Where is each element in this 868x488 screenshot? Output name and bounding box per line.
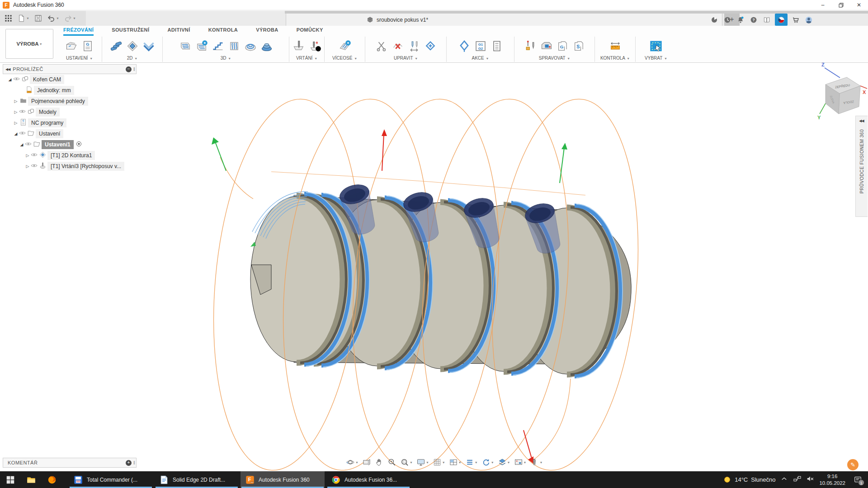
notifications-button[interactable] [736, 15, 745, 25]
ribbon-group-label[interactable]: USTAVENÍ ▼ [66, 56, 93, 62]
setup-sheet-button[interactable]: G [80, 39, 95, 53]
tree-item-label[interactable]: NC programy [28, 118, 66, 127]
tree-item[interactable]: ▷Modely [3, 107, 137, 117]
ribbon-group-label[interactable]: AKCE ▼ [472, 56, 489, 62]
extensions-button[interactable] [709, 15, 719, 25]
ribbon-tab-pomůcky[interactable]: POMŮCKY [297, 27, 323, 36]
file-explorer-button[interactable] [21, 471, 42, 488]
ribbon-group-label[interactable]: SPRAVOVAT ▼ [539, 56, 570, 62]
library-button[interactable] [762, 15, 772, 25]
machine-display-button[interactable]: ▼ [513, 457, 528, 468]
expander-open-icon[interactable]: ◢ [19, 142, 24, 147]
tree-item-label[interactable]: Kořen CAM [30, 75, 64, 84]
undo-button[interactable]: ▼ [46, 13, 61, 24]
tree-item-label[interactable]: Modely [36, 108, 60, 117]
ribbon-tab-soustružení[interactable]: SOUSTRUŽENÍ [112, 27, 149, 36]
collapse-panel-icon[interactable]: ◀◀ [5, 67, 10, 71]
orbit-button[interactable]: ▼ [344, 457, 360, 468]
pocket-2d-button[interactable] [109, 39, 123, 53]
ribbon-tab-kontrola[interactable]: KONTROLA [208, 27, 238, 36]
avatar-button[interactable] [804, 15, 814, 25]
language-cz-button[interactable] [775, 14, 788, 26]
ribbon-tab-aditivní[interactable]: ADITIVNÍ [167, 27, 190, 36]
zoom-button[interactable] [386, 457, 398, 468]
taskbar-clock[interactable]: 9:1610.05.2022 [819, 473, 845, 487]
expander-closed-icon[interactable]: ▷ [13, 121, 19, 125]
document-tab[interactable]: sroubovice pokus v1* × [286, 14, 722, 26]
taskbar-app-total-commander[interactable]: Total Commander (... [69, 471, 153, 488]
workspace-selector[interactable]: VÝROBA▼ [5, 29, 53, 59]
visibility-eye-icon[interactable] [19, 129, 26, 139]
adaptive-2d-button[interactable] [125, 39, 140, 53]
tool-library-button[interactable] [523, 39, 538, 53]
ribbon-group-label[interactable]: VYBRAT ▼ [645, 56, 667, 62]
trim-button[interactable] [374, 39, 389, 53]
add-comment-icon[interactable]: + [126, 460, 132, 466]
tree-item[interactable]: ◢Ustavení1 [3, 139, 137, 150]
expander-closed-icon[interactable]: ▷ [13, 110, 19, 114]
browser-header[interactable]: ◀◀ PROHLÍŽEČ − ‖ [3, 64, 137, 74]
viewports-button[interactable]: ▼ [448, 457, 463, 468]
grid-settings-button[interactable]: ▼ [431, 457, 447, 468]
expander-closed-icon[interactable]: ▷ [25, 153, 30, 158]
tree-item[interactable]: ◢Ustavení [3, 128, 137, 139]
ribbon-group-label[interactable]: 3D ▼ [221, 56, 231, 62]
ribbon-tab-výroba[interactable]: VÝROBA [256, 27, 278, 36]
apps-grid-button[interactable] [3, 13, 14, 24]
toolpath-stack-button[interactable]: ▼ [496, 457, 512, 468]
ribbon-group-label[interactable]: VRTÁNÍ ▼ [296, 56, 317, 62]
redo-button[interactable]: ▼ [62, 13, 77, 24]
volume-muted-icon[interactable] [806, 474, 815, 485]
cart-button[interactable] [791, 15, 801, 25]
ribbon-group-label[interactable]: KONTROLA ▼ [600, 56, 630, 62]
multiaxis-extension-button[interactable] [338, 39, 352, 53]
expand-guide-icon[interactable]: ◀◀ [859, 119, 863, 123]
file-new-button[interactable]: ▼ [16, 13, 31, 24]
taskbar-app-solid-edge[interactable]: Solid Edge 2D Draft... [155, 471, 239, 488]
save-button[interactable] [33, 13, 44, 24]
expander-closed-icon[interactable]: ▷ [25, 164, 30, 169]
post-process-button[interactable]: G1G2 [473, 39, 488, 53]
measure-button[interactable] [608, 39, 623, 53]
comment-panel[interactable]: KOMENTÁŘ + ‖ [3, 458, 137, 468]
scallop-3d-button[interactable] [259, 39, 274, 53]
tree-item[interactable]: ▷GNC programy [3, 117, 137, 128]
tree-item[interactable]: ▷[T1] 2D Kontura1 [3, 150, 137, 161]
tree-item-label[interactable]: [T1] 2D Kontura1 [47, 151, 95, 160]
drill-extension-button[interactable] [308, 39, 322, 53]
tree-item-label[interactable]: Ustavení [36, 129, 63, 138]
tree-item[interactable]: Jednotky: mm [3, 85, 137, 96]
tree-item-label[interactable]: Pojmenované pohledy [28, 97, 88, 106]
tree-item-label[interactable]: Jednotky: mm [34, 86, 74, 95]
drill-button[interactable] [292, 39, 306, 53]
ribbon-group-label[interactable]: VÍCEOSÉ ▼ [332, 56, 357, 62]
ribbon-group-label[interactable]: 2D ▼ [127, 56, 138, 62]
expander-open-icon[interactable]: ◢ [13, 131, 19, 136]
expander-open-icon[interactable]: ◢ [7, 77, 13, 82]
pocket-3d-button[interactable] [194, 39, 209, 53]
tree-item[interactable]: ◢Kořen CAM [3, 74, 137, 85]
visibility-eye-icon[interactable] [19, 108, 26, 117]
refresh-button[interactable]: ▼ [480, 457, 495, 468]
optimize-button[interactable] [423, 39, 438, 53]
active-setup-radio-icon[interactable] [74, 141, 82, 149]
setup-new-button[interactable] [64, 39, 79, 53]
zoom-window-button[interactable]: ▼ [399, 457, 414, 468]
visibility-eye-icon[interactable] [24, 140, 32, 150]
weather-widget[interactable]: 14°CSlunečno [723, 475, 775, 484]
tree-item[interactable]: ▷[T1] Vrtání3 [Rychloposuv v... [3, 161, 137, 172]
firefox-button[interactable] [42, 471, 62, 488]
network-icon[interactable] [793, 474, 802, 485]
ribbon-tab-frézování[interactable]: FRÉZOVÁNÍ [63, 27, 94, 36]
taskbar-app-chrome[interactable]: Autodesk Fusion 36... [326, 471, 410, 488]
template-library-button[interactable]: S [572, 39, 586, 53]
taskbar-app-fusion-360[interactable]: F360Autodesk Fusion 360 [241, 471, 325, 488]
windows-start-button[interactable] [0, 471, 21, 488]
display-settings-button[interactable]: ▼ [415, 457, 430, 468]
help-button[interactable]: ? [749, 15, 759, 25]
maximize-button[interactable] [832, 0, 850, 10]
hidden-icons-button[interactable] [780, 474, 788, 485]
minimize-panel-icon[interactable]: − [126, 66, 132, 72]
toolpath-layers-button[interactable]: ▼ [464, 457, 479, 468]
tree-item[interactable]: ▷Pojmenované pohledy [3, 96, 137, 107]
